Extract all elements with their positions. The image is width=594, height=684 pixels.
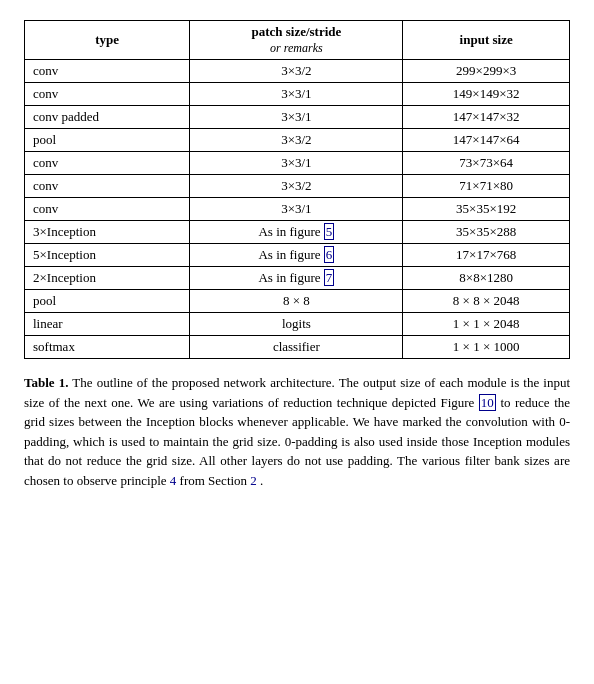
cell-input: 147×147×64: [403, 129, 570, 152]
cell-input: 149×149×32: [403, 83, 570, 106]
caption-link2[interactable]: 4: [170, 473, 177, 488]
cell-patch: As in figure 7: [190, 267, 403, 290]
caption-text4: .: [260, 473, 263, 488]
table-row: conv padded3×3/1147×147×32: [25, 106, 570, 129]
figure-link[interactable]: 5: [324, 223, 335, 240]
cell-type: pool: [25, 290, 190, 313]
cell-patch: 3×3/2: [190, 60, 403, 83]
caption-label: Table 1.: [24, 375, 68, 390]
table-row: 2×InceptionAs in figure 78×8×1280: [25, 267, 570, 290]
table-row: conv3×3/271×71×80: [25, 175, 570, 198]
caption-text3: from Section: [180, 473, 251, 488]
col-header-type: type: [25, 21, 190, 60]
cell-type: pool: [25, 129, 190, 152]
table-row: pool3×3/2147×147×64: [25, 129, 570, 152]
cell-patch: 3×3/1: [190, 152, 403, 175]
table-row: conv3×3/135×35×192: [25, 198, 570, 221]
table-caption: Table 1. The outline of the proposed net…: [24, 373, 570, 490]
cell-type: softmax: [25, 336, 190, 359]
table-row: pool8 × 88 × 8 × 2048: [25, 290, 570, 313]
cell-patch: 3×3/1: [190, 83, 403, 106]
caption-link1[interactable]: 10: [479, 394, 496, 411]
table-row: conv3×3/1149×149×32: [25, 83, 570, 106]
cell-type: conv: [25, 175, 190, 198]
figure-link[interactable]: 6: [324, 246, 335, 263]
cell-patch: logits: [190, 313, 403, 336]
cell-type: linear: [25, 313, 190, 336]
cell-patch: 8 × 8: [190, 290, 403, 313]
cell-type: 2×Inception: [25, 267, 190, 290]
cell-patch: 3×3/2: [190, 175, 403, 198]
figure-link[interactable]: 7: [324, 269, 335, 286]
cell-input: 73×73×64: [403, 152, 570, 175]
cell-type: conv: [25, 83, 190, 106]
cell-input: 8×8×1280: [403, 267, 570, 290]
cell-patch: classifier: [190, 336, 403, 359]
col-header-input: input size: [403, 21, 570, 60]
cell-type: conv: [25, 152, 190, 175]
table-row: softmaxclassifier1 × 1 × 1000: [25, 336, 570, 359]
cell-patch: 3×3/1: [190, 198, 403, 221]
cell-type: conv padded: [25, 106, 190, 129]
col-header-patch: patch size/stride or remarks: [190, 21, 403, 60]
cell-input: 35×35×288: [403, 221, 570, 244]
cell-input: 17×17×768: [403, 244, 570, 267]
cell-type: 3×Inception: [25, 221, 190, 244]
cell-patch: 3×3/1: [190, 106, 403, 129]
cell-input: 8 × 8 × 2048: [403, 290, 570, 313]
cell-patch: 3×3/2: [190, 129, 403, 152]
architecture-table: type patch size/stride or remarks input …: [24, 20, 570, 359]
table-row: conv3×3/2299×299×3: [25, 60, 570, 83]
table-row: conv3×3/173×73×64: [25, 152, 570, 175]
caption-link3[interactable]: 2: [250, 473, 257, 488]
table-container: type patch size/stride or remarks input …: [24, 20, 570, 359]
cell-input: 1 × 1 × 2048: [403, 313, 570, 336]
cell-input: 71×71×80: [403, 175, 570, 198]
cell-type: conv: [25, 60, 190, 83]
cell-patch: As in figure 6: [190, 244, 403, 267]
cell-type: conv: [25, 198, 190, 221]
cell-input: 147×147×32: [403, 106, 570, 129]
table-row: 5×InceptionAs in figure 617×17×768: [25, 244, 570, 267]
cell-input: 299×299×3: [403, 60, 570, 83]
cell-type: 5×Inception: [25, 244, 190, 267]
cell-patch: As in figure 5: [190, 221, 403, 244]
table-row: 3×InceptionAs in figure 535×35×288: [25, 221, 570, 244]
cell-input: 1 × 1 × 1000: [403, 336, 570, 359]
cell-input: 35×35×192: [403, 198, 570, 221]
table-row: linearlogits1 × 1 × 2048: [25, 313, 570, 336]
